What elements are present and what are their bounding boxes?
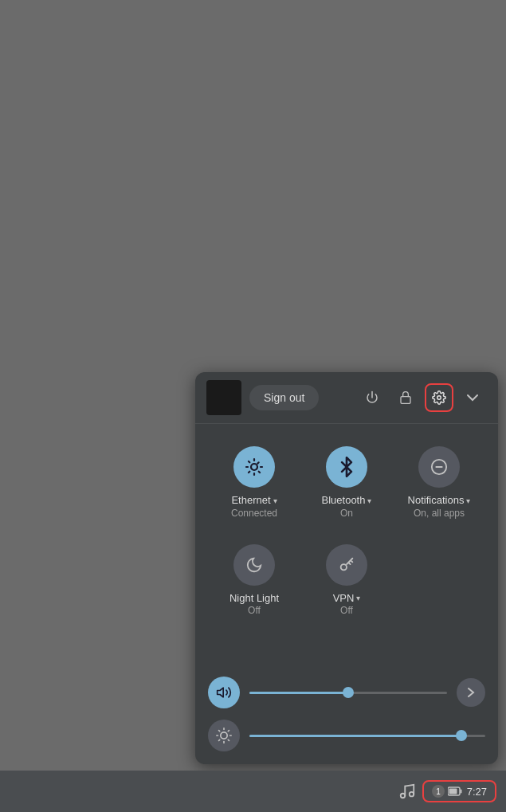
svg-point-2 [251, 464, 257, 470]
vpn-title: VPN [333, 592, 355, 606]
header-icons [358, 383, 487, 412]
bluetooth-subtitle: On [322, 508, 372, 520]
notifications-dropdown-arrow: ▾ [466, 496, 470, 506]
svg-point-5 [341, 564, 347, 570]
svg-rect-0 [401, 397, 410, 404]
toggles-row-1: Ethernet ▾ Connected Bluetooth ▾ On [195, 424, 498, 534]
svg-text:1: 1 [436, 787, 441, 796]
brightness-icon-button[interactable] [208, 720, 240, 751]
notification-badge-icon: 1 [432, 785, 445, 798]
status-icons: 1 [432, 785, 462, 798]
ethernet-toggle[interactable]: Ethernet ▾ Connected [208, 440, 300, 526]
svg-point-1 [437, 396, 441, 400]
ethernet-dropdown-arrow: ▾ [273, 496, 277, 506]
brightness-slider-fill [249, 735, 461, 737]
settings-button[interactable] [425, 383, 453, 412]
volume-slider-track[interactable] [249, 692, 447, 694]
svg-line-14 [219, 739, 220, 740]
header-row: Sign out [195, 372, 498, 424]
bluetooth-label: Bluetooth ▾ On [322, 494, 372, 520]
volume-icon-button[interactable] [208, 677, 240, 708]
brightness-slider-track[interactable] [249, 735, 485, 737]
clock-time: 7:27 [467, 786, 487, 798]
vpn-subtitle: Off [333, 605, 361, 618]
spacer [195, 637, 498, 669]
svg-marker-6 [218, 688, 224, 697]
sliders-section [195, 669, 498, 764]
night-light-toggle[interactable]: Night Light Off [208, 538, 300, 624]
bluetooth-toggle[interactable]: Bluetooth ▾ On [300, 440, 393, 526]
bluetooth-title: Bluetooth [322, 494, 366, 508]
ethernet-subtitle: Connected [231, 508, 277, 520]
notifications-icon-circle [418, 446, 460, 488]
brightness-slider-thumb[interactable] [456, 730, 467, 741]
sign-out-button[interactable]: Sign out [249, 385, 319, 410]
chevron-down-button[interactable] [458, 383, 487, 412]
svg-line-11 [228, 739, 229, 740]
svg-line-10 [219, 731, 220, 732]
svg-point-16 [400, 794, 405, 798]
quick-settings-panel: Sign out [195, 372, 498, 764]
notifications-label: Notifications ▾ On, all apps [408, 494, 471, 520]
vpn-dropdown-arrow: ▾ [356, 593, 360, 603]
svg-line-15 [228, 731, 229, 732]
night-light-label: Night Light Off [229, 592, 279, 618]
ethernet-title: Ethernet [231, 494, 270, 508]
brightness-slider-row [208, 720, 485, 751]
notifications-title: Notifications [408, 494, 465, 508]
toggles-row-2: Night Light Off VPN ▾ Off [195, 535, 498, 637]
svg-rect-22 [449, 789, 457, 794]
night-light-subtitle: Off [229, 605, 279, 618]
music-icon[interactable] [398, 783, 416, 800]
night-light-icon-circle [233, 544, 275, 586]
ethernet-label: Ethernet ▾ Connected [231, 494, 277, 520]
bluetooth-icon-circle [326, 446, 367, 488]
svg-point-17 [409, 792, 414, 797]
empty-toggle-cell [393, 538, 485, 624]
bluetooth-dropdown-arrow: ▾ [367, 496, 371, 506]
power-button[interactable] [358, 383, 386, 412]
volume-slider-fill [249, 692, 348, 694]
notifications-subtitle: On, all apps [408, 508, 471, 520]
battery-icon [448, 787, 462, 796]
volume-slider-thumb[interactable] [343, 687, 354, 698]
vpn-label: VPN ▾ Off [333, 592, 361, 618]
vpn-toggle[interactable]: VPN ▾ Off [300, 538, 393, 624]
lock-button[interactable] [391, 383, 420, 412]
taskbar-status-area[interactable]: 1 7:27 [422, 780, 496, 802]
volume-slider-row [208, 677, 485, 708]
svg-point-7 [221, 732, 227, 739]
taskbar: 1 7:27 [0, 771, 506, 812]
volume-next-button[interactable] [457, 678, 485, 707]
avatar [206, 380, 241, 415]
ethernet-icon-circle [233, 446, 275, 488]
notifications-toggle[interactable]: Notifications ▾ On, all apps [393, 440, 485, 526]
night-light-title: Night Light [229, 592, 279, 606]
svg-rect-21 [460, 790, 461, 794]
vpn-icon-circle [326, 544, 367, 586]
